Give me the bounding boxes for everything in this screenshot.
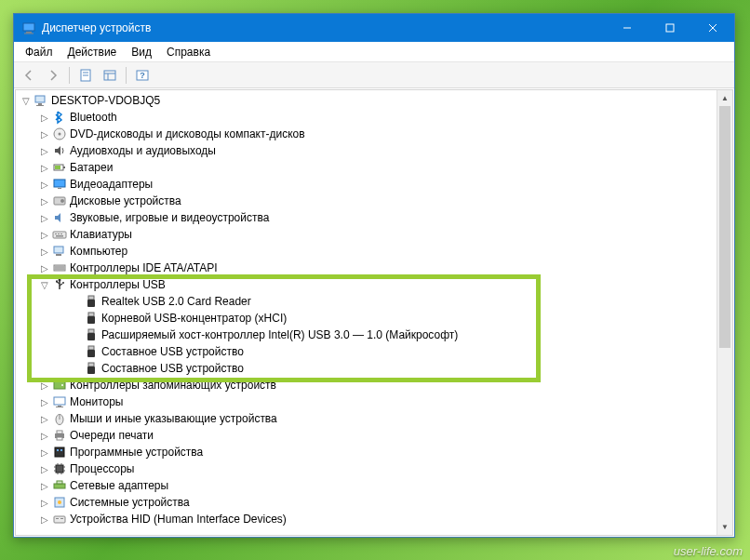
- expander-icon[interactable]: ▷: [38, 180, 51, 190]
- scroll-up-button[interactable]: ▲: [717, 90, 732, 106]
- expander-icon[interactable]: ▷: [38, 481, 51, 491]
- expander-icon[interactable]: ▷: [38, 163, 51, 173]
- tree-item[interactable]: ▷Программные устройства: [16, 444, 732, 460]
- tree-item-label: Устройства HID (Human Interface Devices): [70, 513, 287, 526]
- svg-rect-27: [53, 232, 66, 238]
- expander-icon[interactable]: ▷: [38, 129, 51, 140]
- tree-item[interactable]: Составное USB устройство: [16, 343, 732, 360]
- cpu-icon: [52, 461, 67, 476]
- maximize-button[interactable]: [649, 14, 691, 42]
- scroll-thumb[interactable]: [719, 106, 730, 348]
- tree-item[interactable]: ▷Процессоры: [16, 460, 732, 477]
- expander-icon[interactable]: ▽: [20, 96, 33, 106]
- svg-text:?: ?: [140, 71, 145, 80]
- svg-rect-47: [88, 346, 94, 350]
- expander-icon[interactable]: ▷: [38, 397, 51, 407]
- expander-icon[interactable]: ▷: [38, 196, 51, 207]
- tree-item[interactable]: ▷Сетевые адаптеры: [16, 477, 732, 494]
- svg-rect-21: [63, 167, 65, 168]
- svg-rect-0: [23, 23, 34, 31]
- toolbar-properties-button[interactable]: [74, 65, 97, 86]
- tree-item[interactable]: ▷Дисковые устройства: [16, 193, 732, 209]
- tree-item[interactable]: ▷DVD-дисководы и дисководы компакт-диско…: [16, 126, 732, 142]
- expander-icon[interactable]: ▷: [38, 230, 51, 240]
- printer-icon: [52, 428, 67, 443]
- menu-view[interactable]: Вид: [124, 44, 159, 60]
- expander-icon[interactable]: ▷: [38, 431, 51, 441]
- menu-action[interactable]: Действие: [60, 44, 125, 60]
- expander-icon[interactable]: ▽: [38, 280, 51, 290]
- expander-icon[interactable]: ▷: [38, 514, 51, 525]
- svg-rect-16: [38, 103, 42, 105]
- expander-icon[interactable]: ▷: [38, 113, 51, 123]
- svg-rect-43: [88, 313, 94, 316]
- svg-rect-4: [666, 24, 674, 32]
- tree-item[interactable]: ▷Контроллеры IDE ATA/ATAPI: [16, 260, 732, 276]
- device-tree[interactable]: ▽DESKTOP-VDOBJQ5▷Bluetooth▷DVD-дисководы…: [16, 90, 732, 535]
- tree-item[interactable]: ▽Контроллеры USB: [16, 276, 732, 293]
- svg-rect-53: [54, 397, 65, 405]
- disc-icon: [52, 127, 67, 141]
- expander-icon[interactable]: ▷: [38, 263, 51, 273]
- tree-item[interactable]: Составное USB устройство: [16, 360, 732, 377]
- svg-rect-54: [58, 406, 61, 407]
- display-icon: [52, 177, 67, 192]
- usb-device-icon: [84, 311, 99, 326]
- tree-item-label: Батареи: [70, 161, 113, 174]
- svg-rect-48: [87, 350, 95, 357]
- svg-rect-55: [56, 407, 63, 407]
- expander-icon[interactable]: ▷: [38, 380, 51, 391]
- svg-rect-62: [57, 449, 59, 451]
- minimize-button[interactable]: [606, 14, 649, 42]
- expander-icon[interactable]: ▷: [38, 213, 51, 223]
- expander-icon[interactable]: ▷: [38, 498, 51, 508]
- svg-rect-63: [60, 449, 62, 451]
- menu-file[interactable]: Файл: [18, 44, 60, 60]
- expander-icon[interactable]: ▷: [38, 464, 51, 474]
- audio-icon: [52, 143, 67, 158]
- tree-item[interactable]: Расширяемый хост-контроллер Intel(R) USB…: [16, 327, 732, 343]
- tree-item[interactable]: ▷Батареи: [16, 159, 732, 176]
- expander-icon[interactable]: ▷: [38, 414, 51, 424]
- tree-item[interactable]: ▷Мониторы: [16, 393, 732, 410]
- tree-item[interactable]: ▷Звуковые, игровые и видеоустройства: [16, 209, 732, 226]
- menubar: Файл Действие Вид Справка: [14, 42, 734, 62]
- svg-rect-39: [56, 281, 58, 283]
- svg-point-52: [61, 384, 63, 386]
- svg-rect-59: [57, 431, 62, 433]
- tree-item-label: Сетевые адаптеры: [70, 479, 168, 492]
- tree-item[interactable]: ▷Системные устройства: [16, 494, 732, 511]
- tree-item[interactable]: ▷Компьютер: [16, 243, 732, 260]
- tree-item[interactable]: Корневой USB-концентратор (xHCI): [16, 310, 732, 327]
- usb-device-icon: [84, 361, 99, 376]
- close-button[interactable]: [691, 14, 734, 42]
- tree-item[interactable]: Realtek USB 2.0 Card Reader: [16, 293, 732, 310]
- toolbar-view-button[interactable]: [99, 65, 121, 86]
- expander-icon[interactable]: ▷: [38, 146, 51, 156]
- tree-item-label: DESKTOP-VDOBJQ5: [51, 94, 160, 107]
- titlebar[interactable]: Диспетчер устройств: [14, 14, 734, 42]
- expander-icon[interactable]: ▷: [38, 247, 51, 257]
- tree-item[interactable]: ▷Мыши и иные указывающие устройства: [16, 410, 732, 427]
- computer-icon: [52, 244, 67, 259]
- tree-item[interactable]: ▷Очереди печати: [16, 427, 732, 444]
- tree-item[interactable]: ▷Устройства HID (Human Interface Devices…: [16, 511, 732, 527]
- tree-item[interactable]: ▷Контроллеры запоминающих устройств: [16, 377, 732, 393]
- svg-rect-34: [54, 265, 65, 271]
- system-icon: [52, 495, 67, 510]
- soft-icon: [52, 445, 67, 460]
- toolbar-forward-button[interactable]: [42, 65, 64, 86]
- expander-icon[interactable]: ▷: [38, 447, 51, 458]
- scroll-down-button[interactable]: ▼: [717, 519, 732, 535]
- toolbar-help-button[interactable]: ?: [131, 65, 154, 86]
- tree-item[interactable]: ▷Bluetooth: [16, 109, 732, 126]
- tree-item[interactable]: ▷Клавиатуры: [16, 226, 732, 243]
- toolbar-back-button[interactable]: [18, 65, 40, 86]
- menu-help[interactable]: Справка: [159, 44, 218, 60]
- monitor-icon: [52, 394, 67, 409]
- vertical-scrollbar[interactable]: ▲ ▼: [717, 90, 732, 535]
- tree-item[interactable]: ▷Видеоадаптеры: [16, 176, 732, 193]
- svg-rect-23: [54, 180, 65, 187]
- tree-item[interactable]: ▷Аудиовходы и аудиовыходы: [16, 142, 732, 159]
- tree-item[interactable]: ▽DESKTOP-VDOBJQ5: [16, 92, 732, 109]
